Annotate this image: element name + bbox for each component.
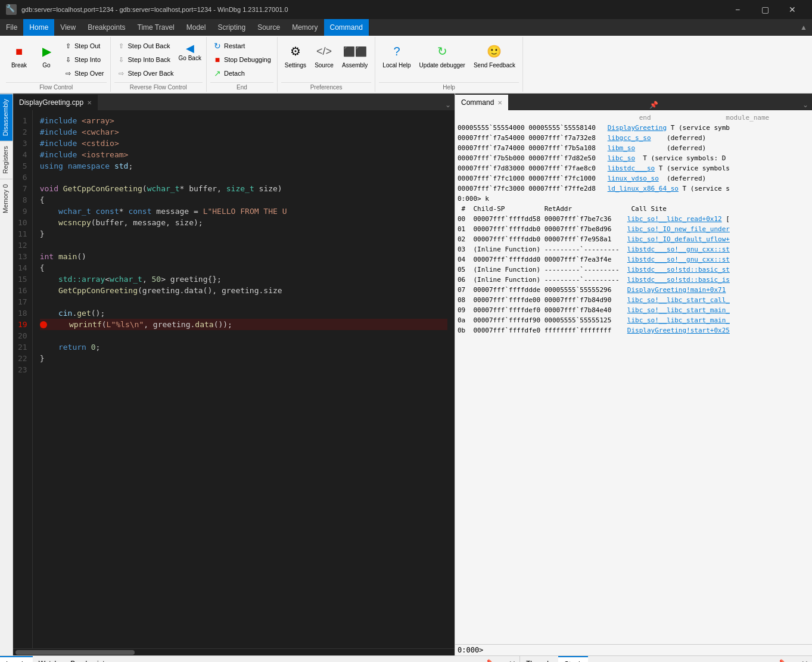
close-button[interactable]: ✕ (779, 0, 806, 19)
menu-command[interactable]: Command (324, 19, 369, 36)
menu-scripting[interactable]: Scripting (211, 19, 251, 36)
disassembly-tab[interactable]: Disassembly (0, 94, 13, 141)
command-input-row: 0:000> (455, 644, 812, 655)
ribbon-end-buttons: ↻ Restart ■ Stop Debugging ↗ Detach (210, 37, 273, 82)
menubar: File Home View Breakpoints Time Travel M… (0, 19, 812, 36)
code-line-11: } (40, 228, 447, 240)
editor-hscroll-thumb[interactable] (15, 650, 135, 655)
cmd-line-8: 00007fff`f7fc3000 00007fff`f7ffe2d8 ld_l… (458, 184, 810, 194)
source-label: Source (315, 62, 334, 69)
cmd-stack-07: 07 00007fff`ffffddde 00005555`55555296 D… (458, 285, 810, 295)
cmd-stack-02: 02 00007fff`ffffddb0 00007fff`f7e958a1 l… (458, 234, 810, 244)
settings-button[interactable]: ⚙ Settings (281, 39, 310, 72)
stack-dropdown-btn[interactable]: ⌄ (788, 658, 798, 663)
local-help-label: Local Help (382, 62, 410, 69)
menu-model[interactable]: Model (181, 19, 212, 36)
stop-debugging-button[interactable]: ■ Stop Debugging (210, 53, 273, 66)
minimize-button[interactable]: − (724, 0, 751, 19)
command-content[interactable]: end module_name 00005555`55554000 000055… (455, 110, 812, 644)
code-line-19: wprintf(L"%ls\n", greeting.data()); (40, 319, 447, 330)
go-label: Go (42, 62, 50, 69)
menu-file[interactable]: File (0, 19, 23, 36)
help-label: Help (379, 82, 519, 92)
stack-tab-actions: 📌 ⌄ ✕ (773, 658, 812, 663)
cmd-line-3: 00007fff`f7a54000 00007fff`f7a732e8 libg… (458, 133, 810, 143)
break-icon: ■ (10, 42, 29, 61)
menu-breakpoints[interactable]: Breakpoints (82, 19, 131, 36)
menu-source[interactable]: Source (251, 19, 286, 36)
stack-close-btn[interactable]: ✕ (800, 658, 810, 663)
code-line-12 (40, 240, 447, 251)
command-input[interactable] (486, 646, 810, 654)
line-numbers: 1 2 3 4 5 6 7 8 9 10 11 12 13 14 15 16 1… (13, 110, 33, 648)
step-over-back-button[interactable]: ⇨ Step Over Back (114, 67, 176, 80)
cmd-stack-01: 01 00007fff`ffffddb0 00007fff`f7be8d96 l… (458, 224, 810, 234)
cmd-stack-0a: 0a 00007fff`ffffdf90 00005555`55555125 l… (458, 315, 810, 325)
locals-pin-btn[interactable]: 📌 (481, 658, 493, 663)
menu-home[interactable]: Home (23, 19, 54, 36)
update-label: Update debugger (419, 62, 465, 69)
send-feedback-button[interactable]: 🙂 Send Feedback (470, 39, 519, 72)
editor-area: DisplayGreeting.cpp ✕ ⌄ 1 2 3 4 5 6 7 8 … (13, 94, 455, 655)
locals-tab[interactable]: Locals (0, 656, 33, 663)
code-line-5: using namespace std; (40, 160, 447, 172)
cmd-stack-05: 05 (Inline Function) ---------`---------… (458, 265, 810, 275)
stack-tab[interactable]: Stack (558, 656, 588, 663)
break-button[interactable]: ■ Break (6, 39, 32, 72)
code-line-20 (40, 330, 447, 341)
menu-time-travel[interactable]: Time Travel (132, 19, 181, 36)
preferences-label: Preferences (281, 82, 372, 92)
go-back-button[interactable]: ◀ Go Back (178, 39, 203, 64)
close-tab-button[interactable]: ✕ (87, 100, 92, 106)
local-help-button[interactable]: ? Local Help (379, 39, 414, 72)
ribbon-collapse-btn[interactable]: ▲ (795, 21, 812, 34)
break-label: Break (11, 62, 27, 69)
step-into-button[interactable]: ⇩ Step Into (61, 53, 107, 66)
panel-tab-dropdown[interactable]: ⌄ (799, 100, 812, 110)
step-over-button[interactable]: ⇨ Step Over (61, 67, 107, 80)
maximize-button[interactable]: ▢ (751, 0, 779, 19)
registers-tab[interactable]: Registers (0, 141, 13, 178)
command-tab-bar: Command ✕ 📌 ⌄ (455, 94, 812, 110)
detach-icon: ↗ (213, 69, 222, 78)
step-into-back-icon: ⇩ (117, 55, 126, 64)
memory-tab[interactable]: Memory 0 (0, 179, 13, 218)
close-command-tab[interactable]: ✕ (497, 100, 502, 106)
stack-panel: Threads Stack 📌 ⌄ ✕ Frame Index Call Sit… (520, 656, 812, 662)
menu-memory[interactable]: Memory (286, 19, 323, 36)
stack-pin-btn[interactable]: 📌 (773, 658, 786, 663)
command-prompt: 0:000> (458, 646, 483, 654)
tab-dropdown-btn[interactable]: ⌄ (441, 100, 455, 110)
editor-hscrollbar[interactable] (13, 648, 455, 655)
step-into-back-button[interactable]: ⇩ Step Into Back (114, 53, 176, 66)
bottom-area: Locals Watch Breakpoints 📌 ⌄ ✕ Name Valu… (0, 655, 812, 662)
detach-button[interactable]: ↗ Detach (210, 67, 273, 80)
locals-dropdown-btn[interactable]: ⌄ (496, 658, 505, 663)
step-out-button[interactable]: ⇧ Step Out (61, 39, 107, 52)
code-line-23 (40, 364, 447, 375)
command-tab[interactable]: Command ✕ (455, 95, 509, 110)
code-line-8: { (40, 194, 447, 206)
menu-view[interactable]: View (54, 19, 82, 36)
cmd-stack-09: 09 00007fff`ffffdef0 00007fff`f7b84e40 l… (458, 305, 810, 315)
settings-label: Settings (285, 62, 306, 69)
breakpoints-tab[interactable]: Breakpoints (64, 656, 114, 663)
code-content[interactable]: #include <array> #include <cwchar> #incl… (33, 110, 455, 648)
go-button[interactable]: ▶ Go (33, 39, 60, 72)
locals-tab-bar: Locals Watch Breakpoints 📌 ⌄ ✕ (0, 656, 519, 662)
watch-tab[interactable]: Watch (33, 656, 65, 663)
threads-tab[interactable]: Threads (520, 656, 558, 663)
step-out-back-button[interactable]: ⇧ Step Out Back (114, 39, 176, 52)
code-line-1: #include <array> (40, 115, 447, 126)
locals-close-btn[interactable]: ✕ (508, 658, 517, 663)
left-sidebar: Disassembly Registers Memory 0 (0, 94, 13, 655)
cmd-stack-00: 00 00007fff`ffffdd58 00007fff`f7be7c36 l… (458, 214, 810, 224)
source-button[interactable]: </> Source (311, 39, 337, 72)
cpp-file-tab[interactable]: DisplayGreeting.cpp ✕ (13, 95, 98, 110)
panel-tab-pin[interactable]: 📌 (646, 100, 662, 110)
restart-button[interactable]: ↻ Restart (210, 39, 273, 52)
assembly-button[interactable]: ⬛⬛ Assembly (338, 39, 371, 72)
update-debugger-button[interactable]: ↻ Update debugger (416, 39, 469, 72)
code-line-3: #include <cstdio> (40, 138, 447, 149)
ribbon-group-help: ? Local Help ↻ Update debugger 🙂 Send Fe… (375, 37, 523, 92)
